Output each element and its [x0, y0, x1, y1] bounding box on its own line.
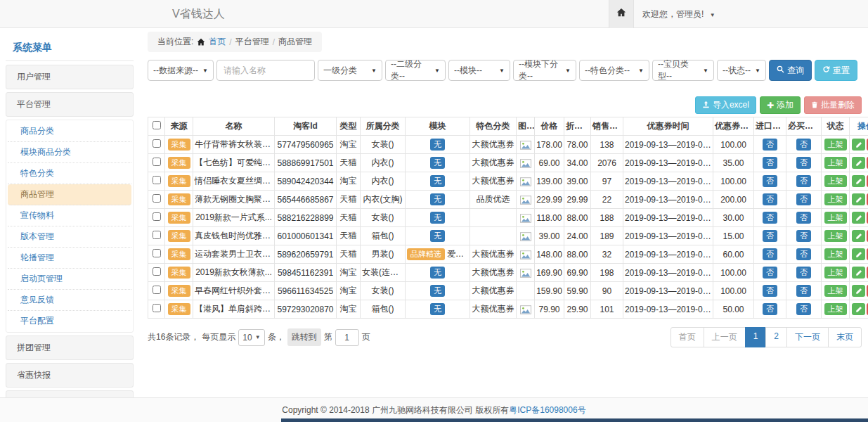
- name-search-input[interactable]: [216, 60, 315, 81]
- import-excel-button[interactable]: 导入excel: [695, 96, 756, 114]
- filter-select-3[interactable]: --模块下分类--▼: [513, 60, 576, 81]
- sidebar-subitem-意见反馈[interactable]: 意见反馈: [8, 290, 131, 311]
- user-dropdown[interactable]: 欢迎您，管理员! ▼: [642, 0, 715, 30]
- row-checkbox[interactable]: [153, 231, 161, 239]
- select-all-checkbox[interactable]: [153, 121, 161, 129]
- status-toggle[interactable]: 上架: [824, 193, 847, 205]
- import-select-toggle[interactable]: 否: [763, 285, 777, 297]
- row-checkbox[interactable]: [153, 304, 161, 312]
- status-toggle[interactable]: 上架: [824, 139, 847, 151]
- sidebar-subitem-宣传物料[interactable]: 宣传物料: [8, 205, 131, 226]
- import-select-toggle[interactable]: 否: [763, 230, 777, 242]
- must-buy-toggle[interactable]: 否: [796, 267, 811, 279]
- status-toggle[interactable]: 上架: [824, 303, 847, 315]
- sidebar-subitem-商品分类[interactable]: 商品分类: [8, 121, 131, 142]
- row-select-cell: [148, 136, 165, 154]
- filter-select-2[interactable]: --模块--▼: [448, 60, 510, 81]
- sidebar-subitem-模块商品分类[interactable]: 模块商品分类: [8, 142, 131, 163]
- pager-page-2[interactable]: 2: [765, 327, 787, 347]
- sidebar-subitem-平台配置[interactable]: 平台配置: [8, 311, 131, 331]
- page-number-input[interactable]: [335, 329, 359, 346]
- pager-last[interactable]: 末页: [828, 327, 862, 347]
- breadcrumb-home-link[interactable]: 首页: [209, 36, 226, 48]
- must-buy-toggle[interactable]: 否: [796, 248, 811, 260]
- edit-button[interactable]: [852, 139, 865, 151]
- edit-button[interactable]: [852, 230, 865, 242]
- caret-down-icon: ▼: [703, 68, 708, 74]
- must-buy-toggle[interactable]: 否: [796, 212, 811, 224]
- icp-link[interactable]: 粤ICP备16098006号: [509, 405, 585, 415]
- batch-delete-button[interactable]: 批量删除: [804, 96, 862, 114]
- row-checkbox[interactable]: [153, 286, 161, 294]
- per-page-select[interactable]: 10 ▼: [238, 329, 264, 346]
- sidebar-item-省惠快报[interactable]: 省惠快报: [6, 363, 134, 388]
- edit-button[interactable]: [852, 248, 865, 260]
- breadcrumb-separator: /: [273, 37, 275, 47]
- import-select-toggle[interactable]: 否: [763, 139, 777, 151]
- row-checkbox[interactable]: [153, 212, 161, 221]
- search-button[interactable]: 查询: [769, 60, 812, 81]
- must-buy-toggle[interactable]: 否: [796, 303, 811, 315]
- filter-select-1[interactable]: --二级分类--▼: [385, 60, 446, 81]
- operations-cell: [850, 227, 868, 245]
- row-checkbox[interactable]: [153, 176, 161, 184]
- must-buy-toggle[interactable]: 否: [796, 285, 811, 297]
- import-select-toggle[interactable]: 否: [763, 212, 777, 224]
- edit-button[interactable]: [852, 285, 865, 297]
- filter-select-4[interactable]: --特色分类--▼: [579, 60, 649, 81]
- must-buy-toggle[interactable]: 否: [796, 139, 811, 151]
- must-buy-toggle[interactable]: 否: [796, 193, 811, 205]
- edit-button[interactable]: [852, 175, 865, 187]
- must-buy-toggle[interactable]: 否: [796, 157, 811, 169]
- sidebar-item-平台管理[interactable]: 平台管理: [6, 92, 134, 117]
- status-toggle[interactable]: 上架: [824, 157, 847, 169]
- sidebar-subitem-轮播管理[interactable]: 轮播管理: [8, 248, 131, 269]
- row-checkbox[interactable]: [153, 267, 161, 276]
- pager-next[interactable]: 下一页: [786, 327, 829, 347]
- import-select-toggle[interactable]: 否: [763, 303, 777, 315]
- row-checkbox[interactable]: [153, 139, 161, 148]
- import-select-toggle[interactable]: 否: [763, 267, 777, 279]
- sidebar-item-用户管理[interactable]: 用户管理: [6, 65, 134, 89]
- sidebar-item-拼团管理[interactable]: 拼团管理: [6, 335, 134, 360]
- edit-button[interactable]: [852, 157, 865, 169]
- import-select-toggle[interactable]: 否: [763, 157, 777, 169]
- edit-button[interactable]: [852, 267, 865, 279]
- row-checkbox[interactable]: [153, 194, 161, 203]
- sidebar-subitem-特色分类[interactable]: 特色分类: [8, 163, 131, 184]
- home-button[interactable]: [609, 0, 634, 28]
- column-header-模块: 模块: [406, 117, 470, 136]
- jump-button[interactable]: 跳转到: [287, 328, 321, 346]
- row-select-cell: [148, 264, 165, 282]
- must-buy-toggle[interactable]: 否: [796, 175, 811, 187]
- must-buy-toggle[interactable]: 否: [796, 230, 811, 242]
- edit-button[interactable]: [852, 193, 865, 205]
- pager-first[interactable]: 首页: [671, 327, 704, 347]
- import-select-toggle[interactable]: 否: [763, 175, 777, 187]
- edit-button[interactable]: [852, 212, 865, 224]
- status-toggle[interactable]: 上架: [824, 248, 847, 260]
- status-toggle[interactable]: 上架: [824, 175, 847, 187]
- row-checkbox[interactable]: [153, 158, 161, 166]
- pager-prev[interactable]: 上一页: [704, 327, 746, 347]
- edit-button[interactable]: [852, 303, 865, 315]
- data-source-select[interactable]: --数据来源--▼: [148, 60, 214, 81]
- filter-select-5[interactable]: --宝贝类型--▼: [652, 60, 714, 81]
- row-checkbox[interactable]: [153, 249, 161, 257]
- category-cell: 内衣(): [361, 172, 406, 191]
- sidebar-subitem-版本管理[interactable]: 版本管理: [8, 226, 131, 248]
- add-button[interactable]: ✚ 添加: [760, 96, 801, 114]
- sidebar-subitem-启动页管理[interactable]: 启动页管理: [8, 269, 131, 290]
- status-cell: 上架: [822, 282, 850, 300]
- reset-button[interactable]: 重置: [815, 60, 857, 81]
- pager-page-1[interactable]: 1: [745, 327, 767, 347]
- status-toggle[interactable]: 上架: [824, 285, 847, 297]
- filter-select-6[interactable]: --状态--▼: [717, 60, 766, 81]
- filter-select-0[interactable]: 一级分类▼: [318, 60, 382, 81]
- sidebar-subitem-商品管理[interactable]: 商品管理: [8, 184, 131, 205]
- import-select-toggle[interactable]: 否: [763, 193, 777, 205]
- status-toggle[interactable]: 上架: [824, 267, 847, 279]
- status-toggle[interactable]: 上架: [824, 212, 847, 224]
- import-select-toggle[interactable]: 否: [763, 248, 777, 260]
- status-toggle[interactable]: 上架: [824, 230, 847, 242]
